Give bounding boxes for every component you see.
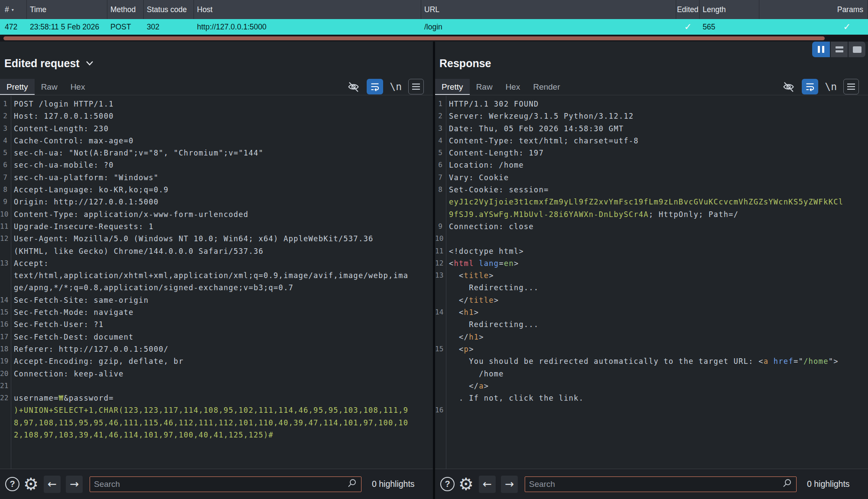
response-editor-toolbar: \n xyxy=(782,78,859,95)
table-horizontal-scrollbar[interactable] xyxy=(0,35,868,42)
tab-pretty[interactable]: Pretty xyxy=(435,79,470,95)
code-line: 15Sec-Fetch-Mode: navigate xyxy=(0,306,433,318)
tab-hex[interactable]: Hex xyxy=(64,79,92,95)
column-header-time[interactable]: Time xyxy=(27,0,107,19)
line-number xyxy=(435,355,444,367)
line-number xyxy=(0,269,9,282)
history-row-selected[interactable]: 472 23:58:11 5 Feb 2026 POST 302 http://… xyxy=(0,19,868,35)
row-host: http://127.0.0.1:5000 xyxy=(194,19,421,35)
column-header-number[interactable]: # ▾ xyxy=(0,0,27,19)
word-wrap-icon[interactable] xyxy=(802,79,818,94)
line-number: 18 xyxy=(0,343,9,355)
line-number: 14 xyxy=(0,294,9,306)
line-number: 21 xyxy=(0,380,9,392)
newline-char-icon[interactable]: \n xyxy=(825,81,837,92)
code-line: 3Content-Length: 230 xyxy=(0,123,433,135)
help-icon[interactable]: ? xyxy=(5,477,19,491)
single-pane-icon xyxy=(853,46,862,53)
code-line: 6Location: /home xyxy=(435,159,868,171)
page-title: Response xyxy=(439,57,491,70)
code-line: You should be redirected automatically t… xyxy=(435,355,868,367)
line-number: 14 xyxy=(435,306,444,318)
code-line: 21 xyxy=(0,380,433,392)
column-header-url[interactable]: URL xyxy=(421,0,676,19)
line-number: 9 xyxy=(435,220,444,233)
column-header-length[interactable]: Length xyxy=(700,0,759,19)
row-method: POST xyxy=(107,19,144,35)
request-code[interactable]: 1POST /login HTTP/1.12Host: 127.0.0.1:50… xyxy=(0,96,433,469)
code-line: </title> xyxy=(435,294,868,306)
line-number: 5 xyxy=(435,147,444,159)
code-line: 11<!doctype html> xyxy=(435,245,868,257)
line-number: 22 xyxy=(0,392,9,404)
tab-raw[interactable]: Raw xyxy=(470,79,499,95)
line-number: 11 xyxy=(0,220,9,233)
tab-pretty[interactable]: Pretty xyxy=(0,79,35,95)
layout-switcher xyxy=(812,42,865,57)
row-time: 23:58:11 5 Feb 2026 xyxy=(27,19,107,35)
next-match-button[interactable]: → xyxy=(66,476,83,493)
line-number xyxy=(435,208,444,220)
code-line: 4Cache-Control: max-age=0 xyxy=(0,135,433,147)
line-number: 7 xyxy=(435,172,444,184)
response-code[interactable]: 1HTTP/1.1 302 FOUND2Server: Werkzeug/3.1… xyxy=(435,96,868,469)
newline-char-icon[interactable]: \n xyxy=(390,81,402,92)
line-number xyxy=(0,404,9,416)
search-input[interactable] xyxy=(94,480,347,489)
editor-menu-icon[interactable] xyxy=(843,79,859,94)
help-icon[interactable]: ? xyxy=(440,477,455,491)
pause-bar-icon xyxy=(822,46,824,53)
horizontal-split-icon xyxy=(836,46,843,52)
hide-invisibles-icon[interactable] xyxy=(347,80,360,94)
line-number: 17 xyxy=(0,331,9,343)
line-number: 3 xyxy=(0,123,9,135)
code-line: 16Sec-Fetch-User: ?1 xyxy=(0,318,433,331)
single-view-button[interactable] xyxy=(848,42,865,57)
code-line: </a> xyxy=(435,380,868,392)
split-vertical-button[interactable] xyxy=(812,42,830,57)
line-number: 8 xyxy=(435,184,444,196)
word-wrap-icon[interactable] xyxy=(367,79,383,94)
line-number: 10 xyxy=(435,233,444,245)
code-line: 9Connection: close xyxy=(435,220,868,233)
code-line: )+UNION+SELECT+1,CHAR(123,123,117,114,10… xyxy=(0,404,433,416)
hide-invisibles-icon[interactable] xyxy=(782,80,795,94)
gear-icon[interactable]: ⚙ xyxy=(458,476,474,493)
scrollbar-thumb[interactable] xyxy=(3,36,825,40)
tab-render[interactable]: Render xyxy=(526,79,566,95)
highlights-count: 0 highlights xyxy=(807,479,850,489)
chevron-down-icon xyxy=(85,61,94,66)
line-number: 6 xyxy=(435,159,444,171)
prev-match-button[interactable]: ← xyxy=(479,476,496,493)
tab-hex[interactable]: Hex xyxy=(499,79,527,95)
row-status-code: 302 xyxy=(144,19,194,35)
split-horizontal-button[interactable] xyxy=(830,42,848,57)
line-number: 15 xyxy=(0,306,9,318)
code-line: 1HTTP/1.1 302 FOUND xyxy=(435,98,868,110)
code-line: 2Server: Werkzeug/3.1.5 Python/3.12.12 xyxy=(435,110,868,122)
code-line: 8,97,108,115,95,95,46,111,115,46,112,111… xyxy=(0,417,433,429)
column-header-method[interactable]: Method xyxy=(107,0,144,19)
code-line: 9Origin: http://127.0.0.1:5000 xyxy=(0,196,433,208)
line-number: 13 xyxy=(0,257,9,269)
prev-match-button[interactable]: ← xyxy=(44,476,61,493)
line-number: 11 xyxy=(435,245,444,257)
line-number: 20 xyxy=(0,368,9,380)
line-number xyxy=(0,282,9,294)
code-line: 14Sec-Fetch-Site: same-origin xyxy=(0,294,433,306)
code-line: 1POST /login HTTP/1.1 xyxy=(0,98,433,110)
tab-raw[interactable]: Raw xyxy=(35,79,64,95)
gear-icon[interactable]: ⚙ xyxy=(23,476,39,493)
column-header-status-code[interactable]: Status code xyxy=(144,0,194,19)
next-match-button[interactable]: → xyxy=(501,476,518,493)
editor-menu-icon[interactable] xyxy=(408,79,424,94)
code-line: 15 <p> xyxy=(435,343,868,355)
code-line: 8Set-Cookie: session= xyxy=(435,184,868,196)
column-header-params[interactable]: Params xyxy=(759,0,868,19)
column-header-host[interactable]: Host xyxy=(194,0,421,19)
search-input[interactable] xyxy=(529,480,782,489)
column-header-edited[interactable]: Edited xyxy=(676,0,700,19)
highlights-count: 0 highlights xyxy=(372,479,415,489)
line-number: 6 xyxy=(0,159,9,171)
request-panel-title[interactable]: Edited request xyxy=(4,57,94,70)
